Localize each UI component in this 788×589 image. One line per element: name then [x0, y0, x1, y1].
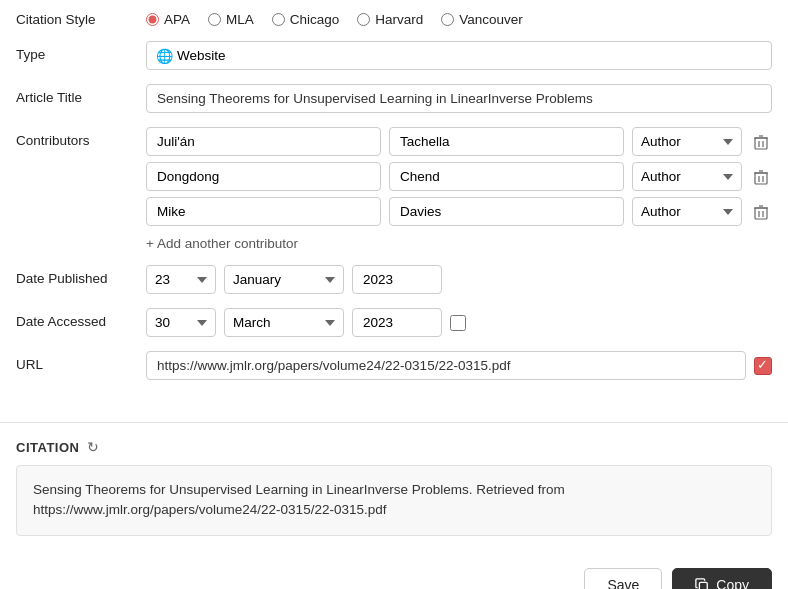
citation-box: Sensing Theorems for Unsupervised Learni… — [16, 465, 772, 536]
radio-chicago[interactable]: Chicago — [272, 12, 340, 27]
radio-vancouver[interactable]: Vancouver — [441, 12, 523, 27]
svg-rect-0 — [755, 138, 767, 149]
contributor-first-input[interactable] — [146, 197, 381, 226]
contributor-last-input[interactable] — [389, 127, 624, 156]
date-accessed-label: Date Accessed — [16, 308, 146, 329]
radio-chicago-label: Chicago — [290, 12, 340, 27]
date-accessed-row: Date Accessed 30 JanuaryFebruary March A… — [16, 308, 772, 337]
contributors-label: Contributors — [16, 127, 146, 148]
type-label: Type — [16, 41, 146, 62]
radio-chicago-input[interactable] — [272, 13, 285, 26]
radio-vancouver-input[interactable] — [441, 13, 454, 26]
date-accessed-control: 30 JanuaryFebruary March AprilMayJune Ju… — [146, 308, 772, 337]
contributors-control: Author Editor Translator — [146, 127, 772, 251]
delete-contributor-button[interactable] — [750, 130, 772, 154]
article-title-label: Article Title — [16, 84, 146, 105]
contributors-row: Contributors Author Editor Translator — [16, 127, 772, 251]
contributor-row: Author Editor Translator — [146, 197, 772, 226]
add-contributor-link[interactable]: + Add another contributor — [146, 236, 298, 251]
citation-style-radio-group: APA MLA Chicago Harvard Vancouver — [146, 12, 523, 27]
article-title-input[interactable] — [146, 84, 772, 113]
save-button[interactable]: Save — [584, 568, 662, 590]
url-label: URL — [16, 351, 146, 372]
copy-button-label: Copy — [716, 577, 749, 590]
contributor-role-select[interactable]: Author Editor Translator — [632, 127, 742, 156]
date-accessed-checkbox[interactable] — [450, 315, 466, 331]
date-accessed-year-input[interactable] — [352, 308, 442, 337]
radio-harvard[interactable]: Harvard — [357, 12, 423, 27]
radio-harvard-label: Harvard — [375, 12, 423, 27]
citation-section: CITATION ↻ Sensing Theorems for Unsuperv… — [0, 439, 788, 552]
date-published-control: 23 JanuaryFebruaryMarch AprilMayJune Jul… — [146, 265, 772, 294]
contributor-last-input[interactable] — [389, 197, 624, 226]
url-inputs — [146, 351, 772, 380]
date-accessed-day-select[interactable]: 30 — [146, 308, 216, 337]
radio-harvard-input[interactable] — [357, 13, 370, 26]
radio-apa[interactable]: APA — [146, 12, 190, 27]
svg-rect-10 — [755, 208, 767, 219]
article-title-row: Article Title — [16, 84, 772, 113]
contributor-last-input[interactable] — [389, 162, 624, 191]
type-row: Type 🌐 Website Book Journal Article News… — [16, 41, 772, 70]
citation-style-label: Citation Style — [16, 12, 146, 27]
refresh-icon[interactable]: ↻ — [87, 439, 99, 455]
contributor-role-select[interactable]: Author Editor Translator — [632, 162, 742, 191]
contributor-row: Author Editor Translator — [146, 162, 772, 191]
url-row: URL — [16, 351, 772, 380]
type-select[interactable]: Website Book Journal Article Newspaper — [146, 41, 772, 70]
date-published-month-select[interactable]: JanuaryFebruaryMarch AprilMayJune JulyAu… — [224, 265, 344, 294]
radio-mla-input[interactable] — [208, 13, 221, 26]
date-published-row: Date Published 23 JanuaryFebruaryMarch A… — [16, 265, 772, 294]
article-title-control — [146, 84, 772, 113]
date-accessed-month-select[interactable]: JanuaryFebruary March AprilMayJune JulyA… — [224, 308, 344, 337]
contributor-role-select[interactable]: Author Editor Translator — [632, 197, 742, 226]
delete-contributor-button[interactable] — [750, 200, 772, 224]
date-accessed-inputs: 30 JanuaryFebruary March AprilMayJune Ju… — [146, 308, 772, 337]
copy-icon — [695, 578, 709, 590]
svg-rect-15 — [700, 582, 708, 589]
svg-rect-5 — [755, 173, 767, 184]
url-control — [146, 351, 772, 380]
contributor-first-input[interactable] — [146, 127, 381, 156]
citation-section-title: CITATION — [16, 440, 79, 455]
radio-vancouver-label: Vancouver — [459, 12, 523, 27]
radio-apa-label: APA — [164, 12, 190, 27]
delete-contributor-button[interactable] — [750, 165, 772, 189]
radio-mla[interactable]: MLA — [208, 12, 254, 27]
citation-header: CITATION ↻ — [16, 439, 772, 455]
citation-text: Sensing Theorems for Unsupervised Learni… — [33, 482, 565, 517]
date-published-inputs: 23 JanuaryFebruaryMarch AprilMayJune Jul… — [146, 265, 772, 294]
contributor-row: Author Editor Translator — [146, 127, 772, 156]
date-published-label: Date Published — [16, 265, 146, 286]
type-select-wrapper: 🌐 Website Book Journal Article Newspaper — [146, 41, 772, 70]
date-published-day-select[interactable]: 23 — [146, 265, 216, 294]
type-control: 🌐 Website Book Journal Article Newspaper — [146, 41, 772, 70]
radio-mla-label: MLA — [226, 12, 254, 27]
url-checkbox[interactable] — [754, 357, 772, 375]
citation-style-row: Citation Style APA MLA Chicago Harvard V… — [16, 12, 772, 27]
section-divider — [0, 422, 788, 423]
contributor-first-input[interactable] — [146, 162, 381, 191]
date-published-year-input[interactable] — [352, 265, 442, 294]
button-row: Save Copy — [0, 568, 788, 590]
url-input[interactable] — [146, 351, 746, 380]
copy-button[interactable]: Copy — [672, 568, 772, 590]
radio-apa-input[interactable] — [146, 13, 159, 26]
